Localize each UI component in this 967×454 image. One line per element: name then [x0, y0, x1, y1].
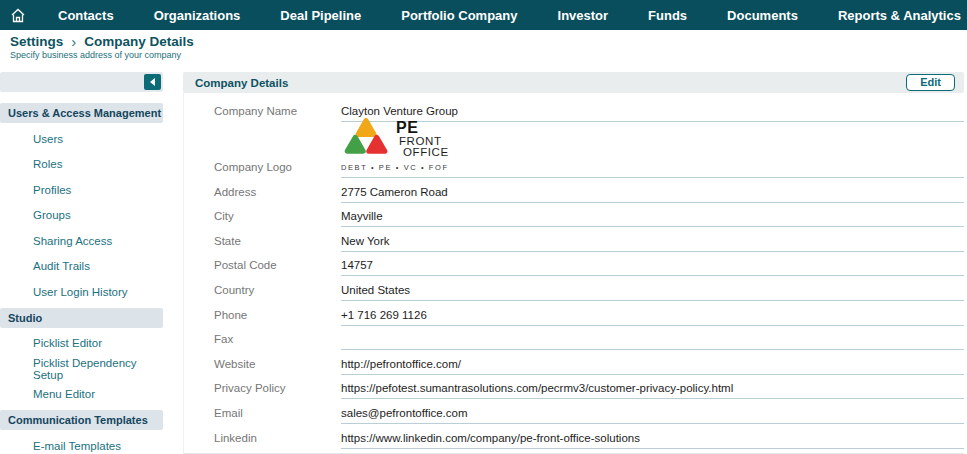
page-title: Company Details: [84, 34, 194, 49]
nav-item-contacts[interactable]: Contacts: [48, 8, 124, 23]
nav-item-organizations[interactable]: Organizations: [144, 8, 251, 23]
field-label-website: Website: [214, 358, 341, 375]
field-label-email: Email: [214, 407, 341, 424]
sidebar-section-studio: Studio: [0, 308, 163, 328]
field-value-phone: +1 716 269 1126: [341, 309, 964, 326]
logo-text-office: OFFICE: [403, 147, 449, 159]
breadcrumb-separator-icon: ›: [71, 36, 76, 48]
sidebar-topbar: [0, 72, 163, 92]
field-value-fax: [341, 335, 964, 350]
field-row-company-logo: Company Logo PE FRONT OFFICE DEBT • PE •…: [214, 122, 964, 178]
fields-list: Company NameClayton Venture GroupCompany…: [183, 93, 964, 454]
top-nav-items: ContactsOrganizationsDeal PipelinePortfo…: [38, 8, 967, 23]
panel-title: Company Details: [195, 77, 288, 89]
field-row-state: StateNew York: [214, 227, 964, 252]
home-icon[interactable]: [10, 8, 26, 23]
company-logo: PE FRONT OFFICE DEBT • PE • VC • FOF: [341, 118, 449, 173]
field-value-city: Mayville: [341, 210, 964, 227]
sidebar-item-profiles[interactable]: Profiles: [0, 177, 168, 203]
field-label-company-name: Company Name: [214, 105, 341, 122]
nav-item-funds[interactable]: Funds: [638, 8, 697, 23]
field-label-address: Address: [214, 186, 341, 203]
field-value-linkedin: https://www.linkedin.com/company/pe-fron…: [341, 432, 964, 449]
field-value-country: United States: [341, 284, 964, 301]
top-nav: ContactsOrganizationsDeal PipelinePortfo…: [0, 0, 967, 30]
sidebar-item-audit-trails[interactable]: Audit Trails: [0, 254, 168, 280]
sidebar-section-users-access-management: Users & Access Management: [0, 103, 163, 123]
logo-tagline: DEBT • PE • VC • FOF: [341, 163, 449, 172]
nav-item-investor[interactable]: Investor: [548, 8, 619, 23]
logo-triangles-icon: [341, 118, 393, 160]
breadcrumb-settings[interactable]: Settings: [10, 34, 63, 49]
sidebar-item-groups[interactable]: Groups: [0, 203, 168, 229]
field-label-state: State: [214, 235, 341, 252]
field-label-fax: Fax: [214, 333, 341, 350]
field-row-linkedin: Linkedinhttps://www.linkedin.com/company…: [214, 424, 964, 449]
sidebar-item-user-login-history[interactable]: User Login History: [0, 279, 168, 305]
collapse-left-icon: [150, 78, 155, 86]
panel-header: Company Details Edit: [183, 72, 964, 93]
nav-item-documents[interactable]: Documents: [717, 8, 808, 23]
sidebar-item-e-mail-templates[interactable]: E-mail Templates: [0, 433, 168, 454]
field-value-address: 2775 Cameron Road: [341, 186, 964, 203]
field-row-city: CityMayville: [214, 203, 964, 228]
field-label-company-logo: Company Logo: [214, 161, 341, 178]
sidebar-collapse-button[interactable]: [144, 74, 161, 90]
field-label-privacy-policy: Privacy Policy: [214, 382, 341, 399]
edit-button[interactable]: Edit: [906, 74, 955, 91]
nav-item-deal-pipeline[interactable]: Deal Pipeline: [270, 8, 371, 23]
field-row-address: Address2775 Cameron Road: [214, 178, 964, 203]
sidebar-item-picklist-dependency-setup[interactable]: Picklist Dependency Setup: [0, 356, 168, 382]
nav-item-reports-analytics[interactable]: Reports & Analytics: [828, 8, 967, 23]
sidebar-item-sharing-access[interactable]: Sharing Access: [0, 228, 168, 254]
nav-item-portfolio-company[interactable]: Portfolio Company: [391, 8, 527, 23]
field-row-privacy-policy: Privacy Policyhttps://pefotest.sumantras…: [214, 375, 964, 400]
field-row-postal-code: Postal Code14757: [214, 252, 964, 277]
field-value-state: New York: [341, 235, 964, 252]
field-label-postal-code: Postal Code: [214, 259, 341, 276]
company-details-panel: Company Details Edit Company NameClayton…: [183, 72, 964, 454]
field-label-phone: Phone: [214, 309, 341, 326]
page-subtitle: Specify business address of your company: [10, 50, 957, 60]
field-row-phone: Phone+1 716 269 1126: [214, 301, 964, 326]
sidebar-item-users[interactable]: Users: [0, 126, 168, 152]
field-row-email: Emailsales@pefrontoffice.com: [214, 399, 964, 424]
sidebar-item-picklist-editor[interactable]: Picklist Editor: [0, 331, 168, 357]
content-area: Users & Access ManagementUsersRolesProfi…: [0, 62, 967, 454]
breadcrumb: Settings › Company Details Specify busin…: [0, 30, 967, 62]
field-value-privacy-policy: https://pefotest.sumantrasolutions.com/p…: [341, 382, 964, 399]
logo-text-pe: PE: [396, 120, 449, 136]
sidebar-section-communication-templates: Communication Templates: [0, 410, 163, 430]
field-label-city: City: [214, 210, 341, 227]
field-row-fax: Fax: [214, 326, 964, 351]
field-label-linkedin: Linkedin: [214, 432, 341, 449]
sidebar-item-roles[interactable]: Roles: [0, 152, 168, 178]
field-value-company-logo: PE FRONT OFFICE DEBT • PE • VC • FOF: [341, 118, 964, 178]
sidebar-sections: Users & Access ManagementUsersRolesProfi…: [0, 103, 168, 454]
field-value-website: http://pefrontoffice.com/: [341, 358, 964, 375]
sidebar-item-menu-editor[interactable]: Menu Editor: [0, 382, 168, 408]
field-value-postal-code: 14757: [341, 259, 964, 276]
field-value-email: sales@pefrontoffice.com: [341, 407, 964, 424]
settings-sidebar: Users & Access ManagementUsersRolesProfi…: [0, 72, 168, 454]
field-row-website: Websitehttp://pefrontoffice.com/: [214, 350, 964, 375]
field-row-country: CountryUnited States: [214, 276, 964, 301]
field-label-country: Country: [214, 284, 341, 301]
